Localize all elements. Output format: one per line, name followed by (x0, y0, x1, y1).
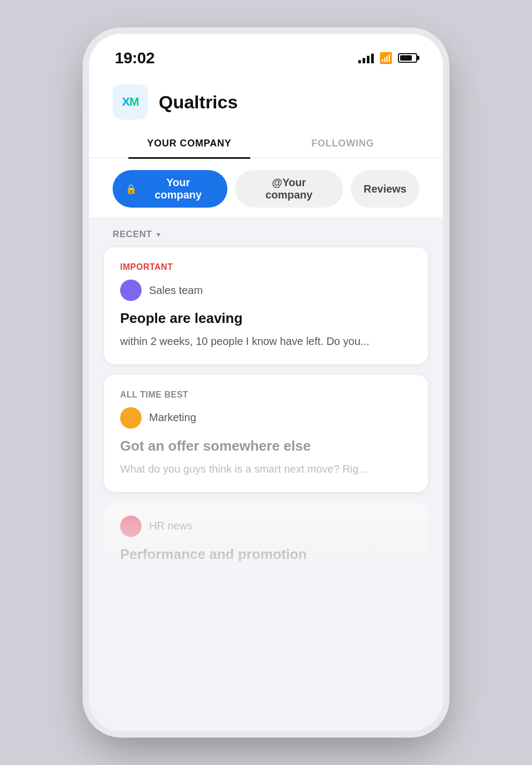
app-logo: XM (113, 84, 148, 120)
post-author-marketing: Marketing (120, 407, 412, 429)
post-title-people-leaving: People are leaving (120, 310, 412, 328)
signal-bar-1 (358, 60, 361, 63)
post-preview-people-leaving: within 2 weeks, 10 people I know have le… (120, 333, 412, 349)
post-author-sales: Sales team (120, 279, 412, 301)
pill-your-company[interactable]: 🔒 Your company (113, 170, 227, 208)
recent-header: RECENT ▾ (89, 217, 443, 247)
author-name-marketing: Marketing (149, 411, 196, 424)
status-time: 19:02 (115, 49, 154, 67)
signal-bar-4 (371, 54, 374, 63)
author-avatar-marketing (120, 407, 142, 429)
app-name: Qualtrics (159, 92, 238, 113)
post-preview-offer: What do you guys think is a smart next m… (120, 461, 412, 477)
author-avatar-sales (120, 279, 142, 301)
wifi-icon: 📶 (379, 52, 393, 64)
signal-bar-3 (367, 56, 370, 63)
logo-m: M (129, 95, 138, 109)
pill-at-your-company[interactable]: @Your company (235, 170, 343, 208)
tab-following[interactable]: FOLLOWING (266, 128, 419, 158)
post-author-hr: HR news (120, 516, 412, 537)
recent-chevron-icon[interactable]: ▾ (157, 230, 160, 239)
post-card-hr-news[interactable]: HR news Performance and promotion (104, 503, 428, 582)
post-title-performance: Performance and promotion (120, 546, 412, 564)
post-card-important[interactable]: IMPORTANT Sales team People are leaving … (104, 247, 428, 364)
post-card-partial-wrapper: HR news Performance and promotion (89, 503, 443, 582)
status-bar: 19:02 📶 (89, 34, 443, 73)
post-badge-important: IMPORTANT (120, 262, 412, 272)
author-name-sales: Sales team (149, 284, 203, 297)
filter-pills: 🔒 Your company @Your company Reviews (89, 158, 443, 217)
lock-icon: 🔒 (125, 183, 137, 195)
app-header: XM Qualtrics (89, 73, 443, 128)
post-card-all-time-best[interactable]: ALL TIME BEST Marketing Got an offer som… (104, 375, 428, 492)
signal-bars-icon (358, 53, 374, 63)
status-icons: 📶 (358, 52, 417, 64)
battery-icon (398, 53, 417, 63)
author-avatar-hr (120, 516, 142, 537)
battery-fill (400, 55, 412, 61)
phone-shell: 19:02 📶 XM Qualtrics YOUR COMPANY FOLLOW… (89, 34, 443, 731)
tab-your-company[interactable]: YOUR COMPANY (113, 128, 266, 158)
content-area: RECENT ▾ IMPORTANT Sales team People are… (89, 217, 443, 731)
recent-label: RECENT (113, 229, 152, 240)
post-title-offer: Got an offer somewhere else (120, 437, 412, 455)
author-name-hr: HR news (149, 520, 193, 532)
tab-bar: YOUR COMPANY FOLLOWING (89, 128, 443, 158)
pill-reviews[interactable]: Reviews (351, 170, 419, 208)
signal-bar-2 (363, 58, 365, 63)
logo-x: X (122, 95, 129, 109)
post-badge-all-time-best: ALL TIME BEST (120, 390, 412, 400)
